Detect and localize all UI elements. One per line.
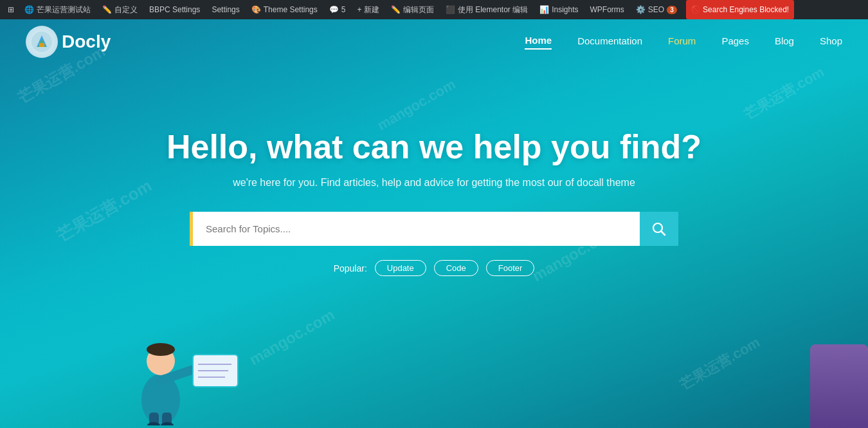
- customize-label: 自定义: [114, 5, 138, 15]
- search-bar: [190, 212, 678, 246]
- hero-title: Hello, what can we help you find?: [167, 129, 701, 165]
- main-nav: Docly Home Documentation Forum Pages Blo…: [0, 19, 868, 64]
- insights-label: Insights: [552, 5, 578, 14]
- edit-page-label: 编辑页面: [403, 5, 434, 15]
- elementor-icon: ⬛: [446, 5, 455, 14]
- site-logo[interactable]: Docly: [26, 26, 111, 58]
- theme-settings-item[interactable]: 🎨 Theme Settings: [246, 0, 323, 19]
- seo-gear-icon: ⚙️: [636, 5, 646, 14]
- settings-label: Settings: [212, 5, 239, 14]
- insights-item[interactable]: 📊 Insights: [534, 0, 583, 19]
- bbpc-settings-item[interactable]: BBPC Settings: [144, 0, 205, 19]
- seo-badge: 3: [667, 6, 677, 14]
- wp-icon: ⊞: [8, 5, 14, 14]
- new-item[interactable]: + 新建: [352, 0, 384, 19]
- nav-shop[interactable]: Shop: [820, 35, 842, 49]
- wpforms-label: WPForms: [590, 5, 624, 14]
- settings-item[interactable]: Settings: [206, 0, 244, 19]
- svg-line-5: [662, 231, 665, 235]
- site-name-item[interactable]: 🌐 芒果运营测试站: [19, 0, 96, 19]
- admin-bar: ⊞ 🌐 芒果运营测试站 ✏️ 自定义 BBPC Settings Setting…: [0, 0, 868, 19]
- wp-logo-item[interactable]: ⊞: [4, 0, 18, 19]
- site-name-label: 芒果运营测试站: [37, 5, 91, 15]
- search-blocked-item[interactable]: 🚫 Search Engines Blocked!: [686, 0, 794, 19]
- seo-item[interactable]: ⚙️ SEO 3: [631, 0, 682, 19]
- customize-item[interactable]: ✏️ 自定义: [97, 0, 143, 19]
- popular-section: Popular: Update Code Footer: [334, 260, 535, 276]
- search-input[interactable]: [206, 212, 627, 246]
- logo-icon: [26, 26, 58, 58]
- nav-home[interactable]: Home: [525, 35, 552, 50]
- edit-icon: ✏️: [391, 5, 401, 14]
- watermark-7: 芒果运营.com: [676, 333, 764, 395]
- site-area: 芒果运营.com mangoc.com 芒果运营.com mangoc.com …: [0, 19, 868, 428]
- person-illustration: [103, 271, 244, 428]
- nav-blog[interactable]: Blog: [775, 35, 794, 49]
- comments-item[interactable]: 💬 5: [324, 0, 351, 19]
- hero-section: Hello, what can we help you find? we're …: [0, 64, 868, 276]
- nav-pages[interactable]: Pages: [721, 35, 749, 49]
- search-button[interactable]: [640, 212, 678, 246]
- elementor-label: 使用 Elementor 编辑: [458, 5, 528, 15]
- popular-tag-code[interactable]: Code: [434, 260, 478, 276]
- svg-rect-3: [39, 43, 44, 47]
- logo-text: Docly: [62, 32, 111, 52]
- nav-links: Home Documentation Forum Pages Blog Shop: [525, 35, 842, 50]
- theme-settings-label: Theme Settings: [264, 5, 318, 14]
- seo-label: SEO: [648, 5, 664, 14]
- watermark-6: mangoc.com: [246, 306, 338, 369]
- wp-site-icon: 🌐: [24, 5, 34, 14]
- search-wrap: [190, 212, 640, 246]
- insights-icon: 📊: [539, 5, 549, 14]
- elementor-item[interactable]: ⬛ 使用 Elementor 编辑: [440, 0, 533, 19]
- purple-accent-shape: [810, 344, 868, 428]
- search-blocked-label: 🚫 Search Engines Blocked!: [691, 5, 789, 14]
- popular-tag-update[interactable]: Update: [375, 260, 426, 276]
- new-label: + 新建: [357, 5, 379, 15]
- popular-tag-footer[interactable]: Footer: [486, 260, 535, 276]
- theme-icon: 🎨: [251, 5, 261, 14]
- nav-documentation[interactable]: Documentation: [577, 35, 642, 49]
- bbpc-label: BBPC Settings: [149, 5, 200, 14]
- popular-label: Popular:: [334, 263, 367, 274]
- comments-icon: 💬: [329, 5, 339, 14]
- comments-count: 5: [341, 5, 346, 14]
- edit-page-item[interactable]: ✏️ 编辑页面: [386, 0, 439, 19]
- nav-forum[interactable]: Forum: [668, 35, 696, 49]
- svg-point-17: [147, 343, 175, 356]
- hero-subtitle: we're here for you. Find articles, help …: [233, 177, 635, 189]
- wpforms-item[interactable]: WPForms: [585, 0, 629, 19]
- customize-icon: ✏️: [102, 5, 112, 14]
